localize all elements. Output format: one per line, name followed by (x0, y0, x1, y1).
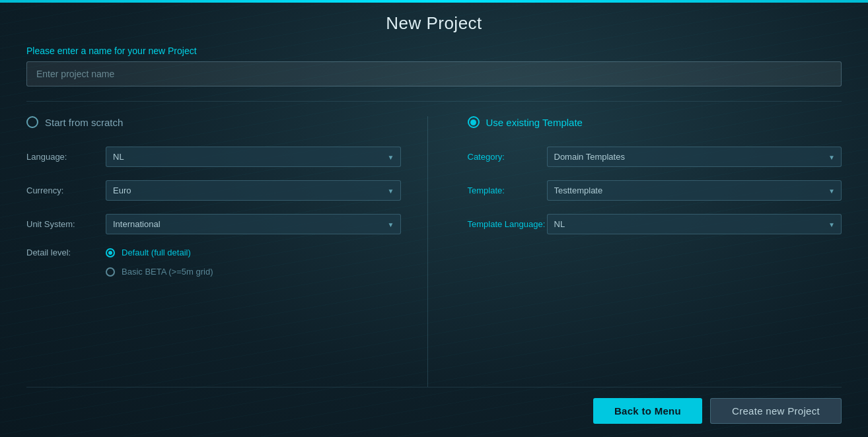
template-label: Template: (468, 185, 547, 195)
detail-option-default[interactable]: Default (full detail) (106, 248, 213, 257)
project-name-label: Please enter a name for your new Project (26, 46, 842, 56)
section-divider (26, 101, 842, 102)
detail-options: Default (full detail) Basic BETA (>=5m g… (106, 248, 213, 277)
language-select-wrapper: NL EN DE FR (106, 147, 401, 167)
currency-label: Currency: (26, 185, 106, 195)
category-label: Category: (468, 152, 547, 162)
right-panel: Use existing Template Category: Domain T… (428, 116, 842, 387)
create-project-button[interactable]: Create new Project (710, 398, 842, 424)
template-lang-label: Template Language: (468, 219, 547, 229)
category-select-wrapper: Domain Templates (547, 147, 842, 167)
language-label: Language: (26, 152, 106, 162)
page-title: New Project (26, 13, 842, 34)
scratch-radio-label: Start from scratch (45, 117, 123, 128)
unit-select[interactable]: International Imperial (106, 214, 401, 234)
top-accent-bar (0, 0, 868, 3)
detail-option-basic-label: Basic BETA (>=5m grid) (122, 267, 213, 277)
detail-option-default-label: Default (full detail) (122, 248, 191, 257)
detail-option-basic[interactable]: Basic BETA (>=5m grid) (106, 267, 213, 277)
template-lang-select[interactable]: NL EN DE (547, 214, 842, 234)
template-radio[interactable] (468, 116, 480, 128)
detail-label: Detail level: (26, 248, 106, 257)
language-select[interactable]: NL EN DE FR (106, 147, 401, 167)
template-select[interactable]: Testtemplate (547, 180, 842, 201)
category-select[interactable]: Domain Templates (547, 147, 842, 167)
left-panel: Start from scratch Language: NL EN DE FR… (26, 116, 428, 387)
detail-radio-default[interactable] (106, 248, 115, 257)
template-select-wrapper: Testtemplate (547, 180, 842, 201)
detail-radio-basic[interactable] (106, 267, 115, 277)
template-radio-label: Use existing Template (486, 117, 583, 128)
unit-select-wrapper: International Imperial (106, 214, 401, 234)
template-lang-select-wrapper: NL EN DE (547, 214, 842, 234)
project-name-input[interactable] (26, 61, 842, 86)
unit-label: Unit System: (26, 219, 106, 229)
currency-select[interactable]: Euro USD GBP (106, 180, 401, 201)
currency-select-wrapper: Euro USD GBP (106, 180, 401, 201)
footer: Back to Menu Create new Project (26, 387, 842, 424)
back-to-menu-button[interactable]: Back to Menu (593, 398, 702, 424)
scratch-radio[interactable] (26, 116, 38, 128)
